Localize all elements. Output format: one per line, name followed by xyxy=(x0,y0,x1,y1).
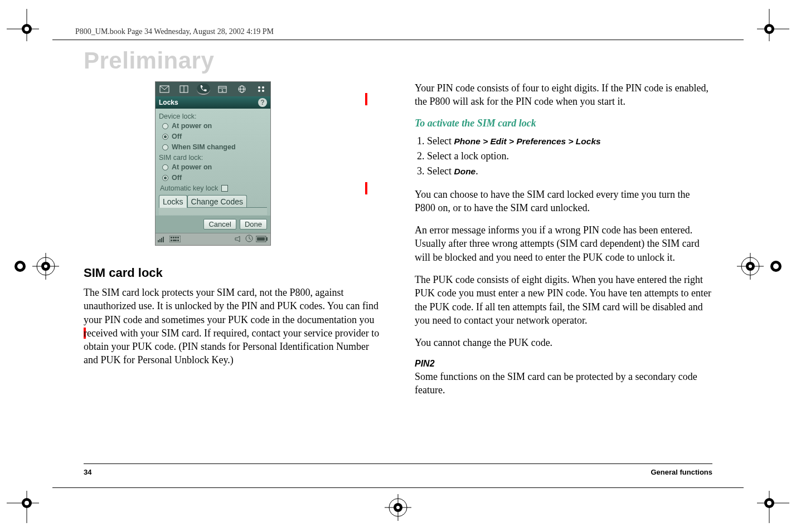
crop-mark-bottom-right xyxy=(759,493,779,513)
ui-string: Done xyxy=(454,167,475,176)
svg-rect-48 xyxy=(158,240,159,242)
radio-label: At power on xyxy=(172,122,212,130)
battery-icon xyxy=(256,235,268,245)
radio-label: Off xyxy=(172,133,182,140)
svg-rect-54 xyxy=(173,237,174,238)
tab-locks: Locks xyxy=(159,195,187,208)
svg-point-46 xyxy=(258,90,260,92)
pin2-heading: PIN2 xyxy=(415,359,712,369)
register-mark-left xyxy=(13,253,59,280)
auto-keylock-row: Automatic key lock xyxy=(160,184,267,192)
svg-point-22 xyxy=(44,265,47,268)
svg-point-11 xyxy=(25,501,29,505)
radio-label: At power on xyxy=(172,163,212,171)
cancel-button: Cancel xyxy=(203,219,236,230)
svg-rect-55 xyxy=(175,237,177,238)
radio-icon xyxy=(162,164,168,170)
svg-point-45 xyxy=(262,86,264,89)
device-lock-label: Device lock: xyxy=(159,113,267,120)
svg-point-34 xyxy=(396,506,400,509)
mail-icon xyxy=(158,84,171,95)
tabs: Locks Change Codes xyxy=(159,195,267,208)
svg-text:1: 1 xyxy=(221,88,224,93)
svg-point-15 xyxy=(767,501,771,505)
step-text: . xyxy=(475,165,478,177)
activate-heading: To activate the SIM card lock xyxy=(415,118,712,129)
phone-body: Device lock: At power on Off When SIM ch… xyxy=(156,109,270,216)
activate-steps: Select Phone > Edit > Preferences > Lock… xyxy=(415,134,712,179)
svg-rect-51 xyxy=(163,237,164,242)
svg-point-17 xyxy=(17,263,23,269)
radio-label: When SIM changed xyxy=(172,143,236,151)
svg-point-7 xyxy=(767,27,771,31)
para-puk: The PUK code consists of eight digits. W… xyxy=(415,273,712,327)
svg-marker-60 xyxy=(235,236,240,242)
page-number: 34 xyxy=(84,468,91,476)
para-pin2: Some functions on the SIM card can be pr… xyxy=(415,370,712,397)
para-pin-intro: Your PIN code consists of four to eight … xyxy=(415,81,712,109)
keyboard-icon xyxy=(169,235,181,245)
signal-icon xyxy=(158,235,167,245)
phone-titlebar: Locks ? xyxy=(156,96,270,109)
svg-rect-56 xyxy=(177,237,179,238)
preliminary-watermark: Preliminary xyxy=(84,47,214,74)
svg-rect-52 xyxy=(169,236,181,242)
sim-lock-label: SIM card lock: xyxy=(159,154,267,162)
running-header: P800_UM.book Page 34 Wednesday, August 2… xyxy=(75,27,274,36)
step-1: Select Phone > Edit > Preferences > Lock… xyxy=(427,134,712,149)
radio-icon-selected xyxy=(162,175,168,181)
phone-title: Locks xyxy=(159,99,178,106)
radio-device-when-sim-changed: When SIM changed xyxy=(162,143,267,151)
contacts-icon xyxy=(177,84,191,95)
svg-rect-50 xyxy=(161,238,162,242)
step-text: Select xyxy=(427,135,454,147)
status-bar xyxy=(156,233,270,245)
svg-rect-65 xyxy=(266,237,268,241)
speaker-icon xyxy=(235,235,242,245)
svg-rect-66 xyxy=(257,237,265,241)
help-icon: ? xyxy=(258,98,267,107)
crop-mark-bottom-left xyxy=(17,493,37,513)
step-text: Select xyxy=(427,165,454,177)
phone-app-bar: 1 xyxy=(156,82,270,96)
tab-change-codes: Change Codes xyxy=(187,195,247,208)
footer-rule xyxy=(84,463,712,464)
radio-device-off: Off xyxy=(162,133,267,140)
phone-screenshot: 1 Locks ? Device lock: At power on Off W… xyxy=(155,81,271,246)
radio-icon xyxy=(162,123,168,129)
ui-string: Phone > Edit > Preferences > Locks xyxy=(454,136,600,146)
para-choose-lock: You can choose to have the SIM card lock… xyxy=(415,188,712,215)
header-rule xyxy=(52,40,744,40)
svg-rect-57 xyxy=(171,240,172,241)
svg-line-63 xyxy=(249,238,251,240)
calendar-icon: 1 xyxy=(216,84,229,95)
svg-rect-59 xyxy=(177,240,179,241)
step-2: Select a lock option. xyxy=(427,149,712,164)
radio-label: Off xyxy=(172,174,182,182)
svg-point-44 xyxy=(258,86,260,89)
tab-underline xyxy=(159,207,267,215)
radio-icon-selected xyxy=(162,134,168,140)
phone-icon xyxy=(197,84,210,95)
svg-rect-49 xyxy=(159,239,161,242)
apps-icon xyxy=(255,84,268,95)
right-column: Your PIN code consists of four to eight … xyxy=(415,81,712,454)
svg-point-3 xyxy=(25,27,29,31)
register-mark-right xyxy=(737,253,783,280)
radio-icon xyxy=(162,144,168,150)
step-3: Select Done. xyxy=(427,164,712,179)
radio-device-at-power-on: At power on xyxy=(162,122,267,130)
radio-sim-at-power-on: At power on xyxy=(162,163,267,171)
svg-point-29 xyxy=(773,263,779,269)
para-cannot-change-puk: You cannot change the PUK code. xyxy=(415,336,712,349)
section-sim-card-lock: SIM card lock xyxy=(84,266,381,280)
checkbox-icon xyxy=(221,185,228,192)
done-button: Done xyxy=(240,219,267,230)
svg-point-47 xyxy=(262,90,264,92)
footer-label: General functions xyxy=(651,468,712,476)
svg-rect-58 xyxy=(173,240,177,241)
footer-bottom-rule xyxy=(52,487,744,488)
para-wrong-pin: An error message informs you if a wrong … xyxy=(415,223,712,264)
left-column: 1 Locks ? Device lock: At power on Off W… xyxy=(84,81,381,454)
svg-point-27 xyxy=(749,265,752,268)
